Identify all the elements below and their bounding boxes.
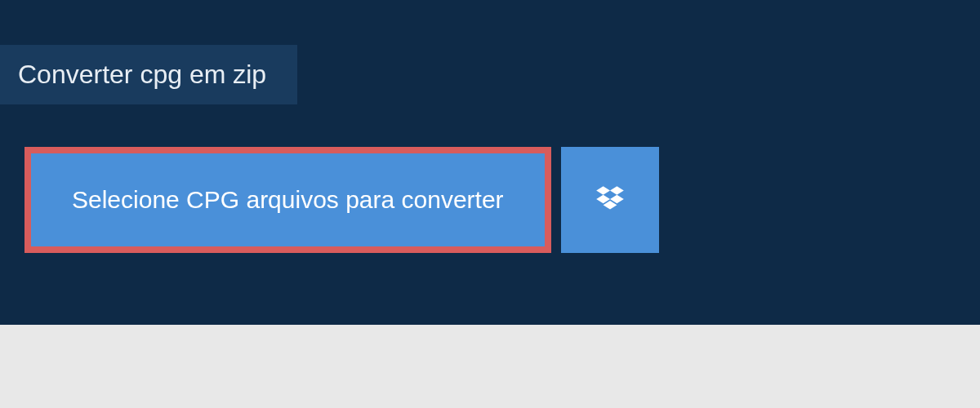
select-files-button[interactable]: Selecione CPG arquivos para converter — [31, 153, 545, 246]
select-button-highlight: Selecione CPG arquivos para converter — [24, 147, 551, 253]
dropbox-icon — [593, 183, 627, 217]
action-button-row: Selecione CPG arquivos para converter — [24, 147, 659, 253]
tab-label: Converter cpg em zip — [18, 60, 266, 89]
select-files-label: Selecione CPG arquivos para converter — [72, 186, 504, 214]
tab-container: Converter cpg em zip — [0, 45, 297, 104]
tab-convert[interactable]: Converter cpg em zip — [0, 45, 297, 104]
dropbox-button[interactable] — [561, 147, 659, 253]
converter-panel: Converter cpg em zip Selecione CPG arqui… — [0, 0, 980, 325]
